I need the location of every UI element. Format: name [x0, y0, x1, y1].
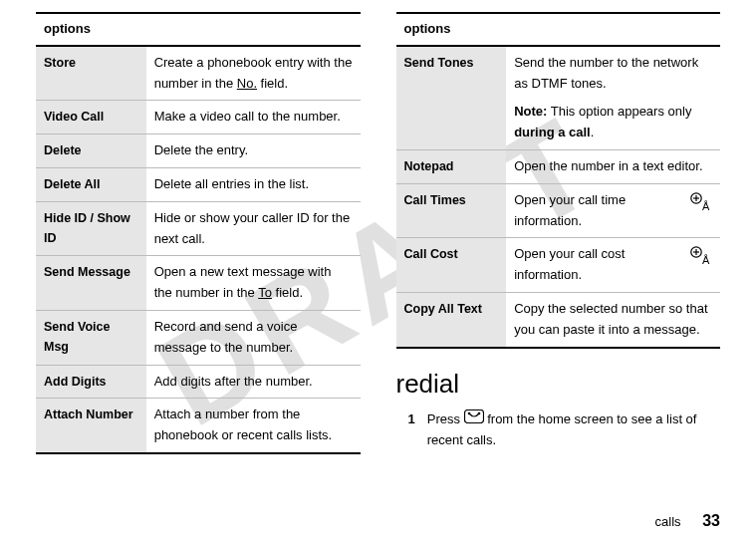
left-column: options Store Create a phonebook entry w…: [36, 12, 361, 454]
option-desc: Open a new text message with the number …: [146, 256, 361, 311]
send-key-icon: [464, 409, 484, 430]
option-desc: Open the number in a text editor.: [506, 149, 720, 183]
option-desc: Make a video call to the number.: [146, 101, 361, 135]
option-label: Copy All Text: [396, 292, 507, 347]
table-row: Video Call Make a video call to the numb…: [36, 101, 361, 135]
option-desc: Delete the entry.: [146, 135, 361, 168]
option-label: Hide ID / Show ID: [36, 201, 146, 256]
option-label: Attach Number: [36, 399, 146, 453]
option-label: Call Cost: [396, 238, 507, 293]
table-row: Copy All Text Copy the selected number s…: [396, 292, 721, 347]
table-row: Add Digits Add digits after the number.: [36, 365, 361, 399]
option-label: Send Message: [36, 256, 146, 311]
option-label: Store: [36, 46, 146, 101]
option-label: Video Call: [36, 101, 146, 135]
option-desc: Å Open your call cost information.: [506, 238, 720, 293]
option-label: Delete: [36, 135, 146, 168]
options-table-right: options Send Tones Send the number to th…: [396, 12, 721, 349]
page-number: 33: [702, 512, 720, 529]
svg-text:Å: Å: [702, 254, 710, 266]
option-label: Send Tones: [396, 46, 507, 150]
table-row: Notepad Open the number in a text editor…: [396, 149, 721, 183]
option-desc: Send the number to the network as DTMF t…: [506, 46, 720, 150]
option-desc: Add digits after the number.: [146, 365, 361, 399]
option-desc: Record and send a voice message to the n…: [146, 310, 361, 365]
option-desc: Delete all entries in the list.: [146, 167, 361, 201]
option-label: Add Digits: [36, 365, 146, 399]
option-label: Call Times: [396, 183, 507, 238]
table-row: Send Tones Send the number to the networ…: [396, 46, 721, 150]
operator-icon: Å: [690, 192, 712, 221]
option-desc: Å Open your call time information.: [506, 183, 720, 238]
options-table-left: options Store Create a phonebook entry w…: [36, 12, 361, 454]
footer-section: calls: [655, 514, 681, 529]
page-footer: calls 33: [655, 512, 720, 530]
table-header: options: [396, 13, 721, 46]
table-header: options: [36, 13, 361, 46]
svg-point-9: [467, 411, 470, 414]
table-row: Delete All Delete all entries in the lis…: [36, 167, 361, 201]
table-row: Call Cost Å Open your call cost informat…: [396, 238, 721, 293]
table-row: Delete Delete the entry.: [36, 135, 361, 168]
option-desc: Copy the selected number so that you can…: [506, 292, 720, 347]
table-row: Attach Number Attach a number from the p…: [36, 399, 361, 453]
table-row: Hide ID / Show ID Hide or show your call…: [36, 201, 361, 256]
step-number: 1: [408, 409, 415, 451]
page-content: options Store Create a phonebook entry w…: [0, 0, 756, 454]
section-title-redial: redial: [396, 369, 721, 400]
right-column: options Send Tones Send the number to th…: [396, 12, 721, 454]
option-desc: Create a phonebook entry with the number…: [146, 46, 361, 101]
svg-text:Å: Å: [702, 200, 710, 212]
table-row: Call Times Å Open your call time informa…: [396, 183, 721, 238]
table-row: Send Message Open a new text message wit…: [36, 256, 361, 311]
table-row: Store Create a phonebook entry with the …: [36, 46, 361, 101]
option-desc: Attach a number from the phonebook or re…: [146, 399, 361, 453]
option-label: Send Voice Msg: [36, 310, 146, 365]
step-text: Press from the home screen to see a list…: [427, 409, 720, 451]
option-label: Delete All: [36, 167, 146, 201]
option-desc: Hide or show your caller ID for the next…: [146, 201, 361, 256]
step-1: 1 Press from the home screen to see a li…: [396, 409, 721, 451]
option-label: Notepad: [396, 149, 507, 183]
table-row: Send Voice Msg Record and send a voice m…: [36, 310, 361, 365]
operator-icon: Å: [690, 246, 712, 275]
svg-point-10: [477, 411, 480, 414]
